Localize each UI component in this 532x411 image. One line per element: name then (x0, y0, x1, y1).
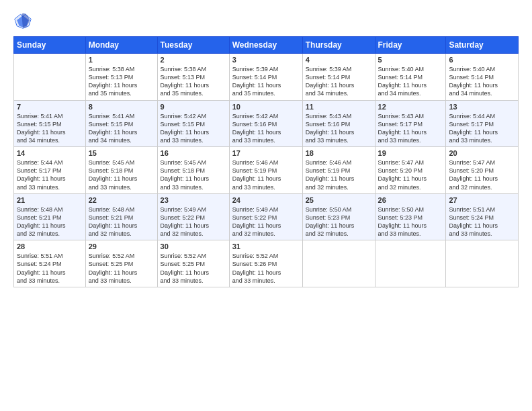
calendar-cell: 21Sunrise: 5:48 AM Sunset: 5:21 PM Dayli… (14, 193, 86, 240)
day-info: Sunrise: 5:48 AM Sunset: 5:21 PM Dayligh… (17, 205, 83, 238)
weekday-header-saturday: Saturday (446, 37, 519, 54)
day-info: Sunrise: 5:42 AM Sunset: 5:15 PM Dayligh… (161, 112, 226, 145)
day-number: 20 (449, 149, 515, 157)
day-number: 27 (449, 196, 515, 204)
day-info: Sunrise: 5:41 AM Sunset: 5:15 PM Dayligh… (89, 112, 154, 145)
day-number: 4 (306, 56, 372, 64)
logo (13, 11, 35, 30)
day-number: 11 (306, 103, 372, 111)
day-info: Sunrise: 5:39 AM Sunset: 5:14 PM Dayligh… (306, 65, 372, 98)
day-number: 24 (232, 196, 300, 204)
weekday-header-thursday: Thursday (302, 37, 375, 54)
calendar-cell (446, 240, 519, 287)
calendar-cell: 6Sunrise: 5:40 AM Sunset: 5:14 PM Daylig… (446, 54, 519, 101)
calendar-cell: 25Sunrise: 5:50 AM Sunset: 5:23 PM Dayli… (302, 193, 375, 240)
calendar-cell: 9Sunrise: 5:42 AM Sunset: 5:15 PM Daylig… (157, 100, 229, 147)
day-number: 6 (449, 56, 515, 64)
day-number: 14 (17, 149, 83, 157)
calendar-week-row: 21Sunrise: 5:48 AM Sunset: 5:21 PM Dayli… (14, 193, 519, 240)
day-number: 8 (89, 103, 154, 111)
day-number: 19 (378, 149, 443, 157)
day-number: 23 (161, 196, 226, 204)
day-info: Sunrise: 5:50 AM Sunset: 5:23 PM Dayligh… (306, 205, 372, 238)
calendar-cell: 31Sunrise: 5:52 AM Sunset: 5:26 PM Dayli… (229, 240, 302, 287)
calendar-cell: 10Sunrise: 5:42 AM Sunset: 5:16 PM Dayli… (229, 100, 302, 147)
day-info: Sunrise: 5:39 AM Sunset: 5:14 PM Dayligh… (232, 65, 300, 98)
day-info: Sunrise: 5:38 AM Sunset: 5:13 PM Dayligh… (161, 65, 226, 98)
calendar-cell: 12Sunrise: 5:43 AM Sunset: 5:17 PM Dayli… (375, 100, 446, 147)
calendar-cell: 17Sunrise: 5:46 AM Sunset: 5:19 PM Dayli… (229, 147, 302, 194)
day-info: Sunrise: 5:40 AM Sunset: 5:14 PM Dayligh… (449, 65, 515, 98)
day-number: 25 (306, 196, 372, 204)
weekday-header-monday: Monday (85, 37, 157, 54)
calendar-cell: 26Sunrise: 5:50 AM Sunset: 5:23 PM Dayli… (375, 193, 446, 240)
day-number: 18 (306, 149, 372, 157)
day-info: Sunrise: 5:43 AM Sunset: 5:17 PM Dayligh… (378, 112, 443, 145)
day-number: 22 (89, 196, 154, 204)
day-number: 16 (161, 149, 226, 157)
day-info: Sunrise: 5:40 AM Sunset: 5:14 PM Dayligh… (378, 65, 443, 98)
calendar-cell (375, 240, 446, 287)
calendar-week-row: 28Sunrise: 5:51 AM Sunset: 5:24 PM Dayli… (14, 240, 519, 287)
day-number: 13 (449, 103, 515, 111)
day-number: 31 (232, 242, 300, 250)
calendar-cell: 7Sunrise: 5:41 AM Sunset: 5:15 PM Daylig… (14, 100, 86, 147)
page: SundayMondayTuesdayWednesdayThursdayFrid… (0, 0, 532, 411)
weekday-header-wednesday: Wednesday (229, 37, 302, 54)
day-info: Sunrise: 5:51 AM Sunset: 5:24 PM Dayligh… (449, 205, 515, 238)
day-info: Sunrise: 5:45 AM Sunset: 5:18 PM Dayligh… (89, 158, 154, 191)
day-info: Sunrise: 5:49 AM Sunset: 5:22 PM Dayligh… (161, 205, 226, 238)
calendar-cell: 14Sunrise: 5:44 AM Sunset: 5:17 PM Dayli… (14, 147, 86, 194)
calendar-cell: 19Sunrise: 5:47 AM Sunset: 5:20 PM Dayli… (375, 147, 446, 194)
day-info: Sunrise: 5:46 AM Sunset: 5:19 PM Dayligh… (306, 158, 372, 191)
calendar-cell: 23Sunrise: 5:49 AM Sunset: 5:22 PM Dayli… (157, 193, 229, 240)
calendar-cell: 30Sunrise: 5:52 AM Sunset: 5:25 PM Dayli… (157, 240, 229, 287)
weekday-header-tuesday: Tuesday (157, 37, 229, 54)
day-number: 15 (89, 149, 154, 157)
day-info: Sunrise: 5:38 AM Sunset: 5:13 PM Dayligh… (89, 65, 154, 98)
day-number: 3 (232, 56, 300, 64)
header (13, 11, 519, 30)
calendar-cell: 18Sunrise: 5:46 AM Sunset: 5:19 PM Dayli… (302, 147, 375, 194)
day-info: Sunrise: 5:45 AM Sunset: 5:18 PM Dayligh… (161, 158, 226, 191)
day-info: Sunrise: 5:42 AM Sunset: 5:16 PM Dayligh… (232, 112, 300, 145)
calendar-week-row: 1Sunrise: 5:38 AM Sunset: 5:13 PM Daylig… (14, 54, 519, 101)
day-info: Sunrise: 5:44 AM Sunset: 5:17 PM Dayligh… (449, 112, 515, 145)
calendar-cell: 11Sunrise: 5:43 AM Sunset: 5:16 PM Dayli… (302, 100, 375, 147)
day-number: 7 (17, 103, 83, 111)
day-number: 2 (161, 56, 226, 64)
weekday-header-friday: Friday (375, 37, 446, 54)
day-info: Sunrise: 5:49 AM Sunset: 5:22 PM Dayligh… (232, 205, 300, 238)
calendar-cell: 22Sunrise: 5:48 AM Sunset: 5:21 PM Dayli… (85, 193, 157, 240)
day-info: Sunrise: 5:46 AM Sunset: 5:19 PM Dayligh… (232, 158, 300, 191)
calendar-cell: 15Sunrise: 5:45 AM Sunset: 5:18 PM Dayli… (85, 147, 157, 194)
day-number: 30 (161, 242, 226, 250)
calendar-cell: 28Sunrise: 5:51 AM Sunset: 5:24 PM Dayli… (14, 240, 86, 287)
logo-icon (13, 11, 32, 30)
day-info: Sunrise: 5:43 AM Sunset: 5:16 PM Dayligh… (306, 112, 372, 145)
day-info: Sunrise: 5:48 AM Sunset: 5:21 PM Dayligh… (89, 205, 154, 238)
calendar-cell: 8Sunrise: 5:41 AM Sunset: 5:15 PM Daylig… (85, 100, 157, 147)
calendar-cell: 5Sunrise: 5:40 AM Sunset: 5:14 PM Daylig… (375, 54, 446, 101)
day-number: 29 (89, 242, 154, 250)
day-info: Sunrise: 5:52 AM Sunset: 5:25 PM Dayligh… (161, 252, 226, 285)
calendar-cell: 20Sunrise: 5:47 AM Sunset: 5:20 PM Dayli… (446, 147, 519, 194)
calendar-cell: 24Sunrise: 5:49 AM Sunset: 5:22 PM Dayli… (229, 193, 302, 240)
day-info: Sunrise: 5:41 AM Sunset: 5:15 PM Dayligh… (17, 112, 83, 145)
calendar-cell (302, 240, 375, 287)
calendar-cell: 16Sunrise: 5:45 AM Sunset: 5:18 PM Dayli… (157, 147, 229, 194)
day-number: 21 (17, 196, 83, 204)
day-number: 9 (161, 103, 226, 111)
day-number: 5 (378, 56, 443, 64)
day-number: 1 (89, 56, 154, 64)
calendar-cell (14, 54, 86, 101)
weekday-header-row: SundayMondayTuesdayWednesdayThursdayFrid… (14, 37, 519, 54)
calendar-cell: 27Sunrise: 5:51 AM Sunset: 5:24 PM Dayli… (446, 193, 519, 240)
day-number: 26 (378, 196, 443, 204)
calendar-cell: 29Sunrise: 5:52 AM Sunset: 5:25 PM Dayli… (85, 240, 157, 287)
day-info: Sunrise: 5:52 AM Sunset: 5:25 PM Dayligh… (89, 252, 154, 285)
weekday-header-sunday: Sunday (14, 37, 86, 54)
day-number: 17 (232, 149, 300, 157)
calendar-cell: 13Sunrise: 5:44 AM Sunset: 5:17 PM Dayli… (446, 100, 519, 147)
day-number: 10 (232, 103, 300, 111)
